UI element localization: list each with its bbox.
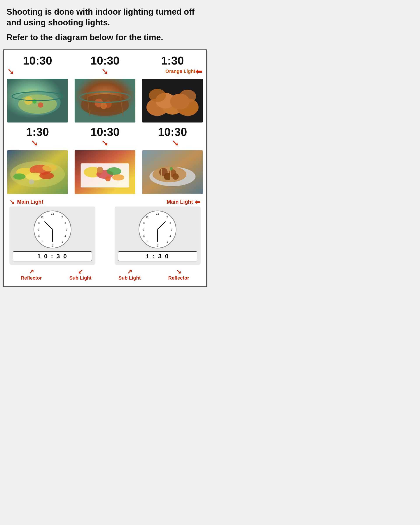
svg-text:8: 8 bbox=[143, 222, 145, 225]
sublight-right-text: Sub Light bbox=[119, 275, 141, 281]
bottom-label-sublight-right: ↗ Sub Light bbox=[109, 268, 150, 281]
cell-1-2: 10:30 ➘ bbox=[75, 55, 135, 76]
time-1-3: 1:30 bbox=[142, 55, 203, 67]
cell-2-2: 10:30 ➘ bbox=[75, 126, 135, 148]
clock-right-container: 12 3 6 9 2 3 10 8 4 5 7 8 bbox=[115, 206, 201, 265]
header-section: Shooting is done with indoor lighting tu… bbox=[0, 0, 210, 47]
svg-text:12: 12 bbox=[51, 212, 54, 215]
food-image-salad bbox=[7, 150, 68, 194]
food-image-stew bbox=[75, 79, 135, 122]
svg-text:3: 3 bbox=[65, 222, 66, 225]
clock-left-time: 1 0 : 3 0 bbox=[13, 251, 92, 262]
svg-text:6: 6 bbox=[52, 244, 53, 247]
svg-point-5 bbox=[32, 100, 37, 104]
reflector-left-text: Reflector bbox=[21, 275, 42, 281]
cell-1-1: 10:30 ➘ bbox=[7, 55, 68, 76]
svg-text:6: 6 bbox=[157, 244, 158, 247]
arrow-icon-1-1: ➘ bbox=[7, 67, 15, 76]
food-image-soup bbox=[7, 79, 68, 122]
reflector-right-text: Reflector bbox=[168, 275, 189, 281]
reflector-left-arrow: ↗ bbox=[10, 268, 52, 275]
main-light-right-label: Main Light bbox=[167, 199, 193, 205]
clock-left-svg: 12 3 6 9 2 3 10 8 4 5 7 8 bbox=[33, 210, 72, 249]
main-content-box: 10:30 ➘ 10:30 ➘ 1:30 Orange Light ⬅ bbox=[3, 49, 207, 287]
svg-point-39 bbox=[112, 174, 124, 180]
time-1-2: 10:30 bbox=[75, 55, 135, 67]
food-cell-2-1 bbox=[7, 150, 68, 194]
svg-text:2: 2 bbox=[167, 216, 168, 218]
food-cell-1-2 bbox=[75, 79, 135, 122]
bottom-labels-row: ↗ Reflector ↙ Sub Light ↗ Sub Light ↘ Re… bbox=[7, 268, 203, 281]
time-row-2: 1:30 ➘ 10:30 ➘ 10:30 ➘ bbox=[7, 126, 203, 148]
header-line1: Shooting is done with indoor lighting tu… bbox=[7, 7, 195, 16]
svg-point-21 bbox=[149, 89, 166, 102]
svg-text:5: 5 bbox=[62, 240, 63, 243]
svg-point-28 bbox=[39, 172, 54, 179]
svg-text:7: 7 bbox=[146, 240, 148, 243]
header-text: Shooting is done with indoor lighting tu… bbox=[7, 7, 204, 28]
svg-text:2: 2 bbox=[62, 216, 63, 218]
arrow-icon-2-2: ➘ bbox=[101, 139, 109, 147]
clocks-row: ➘ Main Light 12 3 6 9 2 3 10 8 4 5 bbox=[7, 198, 203, 265]
svg-point-36 bbox=[107, 167, 121, 175]
svg-text:10: 10 bbox=[146, 216, 148, 218]
arrow-1-1: ➘ bbox=[7, 67, 68, 76]
header-line2: and using shooting lights. bbox=[7, 18, 110, 27]
svg-point-65 bbox=[52, 229, 53, 230]
food-cell-2-3 bbox=[142, 150, 203, 194]
svg-point-30 bbox=[42, 164, 57, 171]
time-2-3: 10:30 bbox=[142, 126, 203, 138]
arrow-icon-1-2: ➘ bbox=[101, 67, 109, 76]
bottom-label-sublight-left: ↙ Sub Light bbox=[60, 268, 101, 281]
svg-text:10: 10 bbox=[41, 216, 43, 218]
main-light-right-arrow: ⬅ bbox=[195, 198, 201, 206]
svg-point-49 bbox=[170, 167, 173, 170]
arrow-1-3: Orange Light ⬅ bbox=[142, 67, 203, 76]
arrow-2-3: ➘ bbox=[142, 139, 203, 147]
time-2-1: 1:30 bbox=[7, 126, 68, 138]
main-light-right-label-row: Main Light ⬅ bbox=[115, 198, 201, 206]
orange-light-label: Orange Light bbox=[165, 68, 195, 74]
cell-1-3: 1:30 Orange Light ⬅ bbox=[142, 55, 203, 76]
svg-text:12: 12 bbox=[156, 212, 159, 215]
svg-point-46 bbox=[172, 173, 179, 180]
svg-point-2 bbox=[18, 94, 57, 114]
sublight-right-arrow: ↗ bbox=[109, 268, 150, 275]
svg-text:8: 8 bbox=[143, 235, 145, 238]
time-2-2: 10:30 bbox=[75, 126, 135, 138]
food-cell-2-2 bbox=[75, 150, 135, 194]
clock-right-section: Main Light ⬅ 12 3 6 9 2 3 10 8 4 5 bbox=[115, 198, 201, 265]
svg-text:7: 7 bbox=[41, 240, 43, 243]
svg-text:9: 9 bbox=[37, 228, 39, 231]
food-row-2 bbox=[7, 150, 203, 194]
clock-right-time: 1 : 3 0 bbox=[118, 251, 197, 262]
svg-text:4: 4 bbox=[65, 235, 66, 238]
svg-point-81 bbox=[157, 229, 158, 230]
food-image-mixed bbox=[75, 150, 135, 194]
arrow-1-2: ➘ bbox=[75, 67, 135, 76]
clock-left-section: ➘ Main Light 12 3 6 9 2 3 10 8 4 5 bbox=[9, 198, 95, 265]
food-row-1 bbox=[7, 79, 203, 122]
svg-point-4 bbox=[38, 102, 43, 108]
svg-text:8: 8 bbox=[38, 222, 40, 225]
svg-text:3: 3 bbox=[169, 222, 171, 225]
main-light-left-arrow: ➘ bbox=[9, 198, 15, 206]
sublight-left-arrow: ↙ bbox=[60, 268, 101, 275]
cell-2-3: 10:30 ➘ bbox=[142, 126, 203, 148]
cell-2-1: 1:30 ➘ bbox=[7, 126, 68, 148]
svg-text:9: 9 bbox=[143, 228, 144, 231]
header-line3: Refer to the diagram below for the time. bbox=[7, 32, 204, 43]
reflector-right-arrow: ↘ bbox=[158, 268, 199, 275]
food-image-bread bbox=[142, 79, 203, 122]
main-light-left-label: Main Light bbox=[17, 199, 43, 205]
svg-point-22 bbox=[179, 90, 196, 103]
time-1-1: 10:30 bbox=[7, 55, 68, 67]
svg-text:4: 4 bbox=[169, 235, 171, 238]
time-row-1: 10:30 ➘ 10:30 ➘ 1:30 Orange Light ⬅ bbox=[7, 55, 203, 76]
svg-point-38 bbox=[105, 176, 111, 181]
svg-text:5: 5 bbox=[167, 240, 168, 243]
svg-text:3: 3 bbox=[171, 228, 173, 231]
clock-left-container: 12 3 6 9 2 3 10 8 4 5 7 8 bbox=[9, 206, 95, 265]
svg-point-45 bbox=[164, 173, 171, 180]
arrow-icon-2-3: ➘ bbox=[172, 139, 179, 147]
